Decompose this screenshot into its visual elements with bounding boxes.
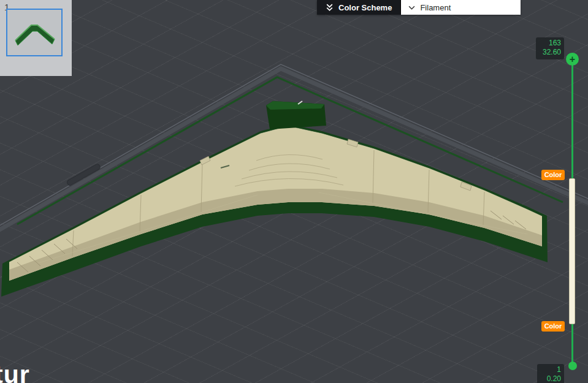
slicer-app-window: 1 Color Scheme Filament 163 32.60 (0, 0, 588, 383)
watermark-text: tur (0, 360, 30, 383)
plate-thumbnail[interactable] (6, 9, 63, 56)
preview-toolbar: Color Scheme Filament (317, 0, 521, 15)
layer-range-track[interactable] (569, 178, 575, 324)
top-layer-height: 32.60 (539, 48, 561, 57)
color-scheme-label: Color Scheme (338, 3, 392, 12)
top-layer-number: 163 (539, 39, 561, 48)
view-mode-value: Filament (420, 3, 451, 12)
chevron-down-icon (408, 6, 415, 10)
layer-slider-bottom-handle[interactable] (568, 362, 577, 370)
plate-list-panel: 1 (0, 0, 72, 76)
plate-boomerang-icon (7, 10, 61, 55)
wipe-tower-block[interactable] (266, 101, 326, 129)
color-change-badge-lower[interactable]: Color (541, 321, 565, 332)
bottom-layer-height: 0.20 (540, 374, 561, 383)
color-scheme-menu[interactable]: Color Scheme (317, 0, 400, 15)
layer-slider-bottom-value: 1 0.20 (537, 364, 564, 383)
viewport-3d[interactable] (0, 0, 588, 383)
color-change-badge-upper[interactable]: Color (541, 170, 565, 180)
view-mode-dropdown[interactable]: Filament (400, 0, 521, 15)
bottom-layer-number: 1 (540, 365, 561, 374)
double-chevron-down-icon (326, 3, 334, 12)
add-color-change-button[interactable]: + (566, 53, 579, 66)
layer-slider-top-value[interactable]: 163 32.60 (536, 37, 564, 59)
plus-icon: + (570, 55, 575, 64)
